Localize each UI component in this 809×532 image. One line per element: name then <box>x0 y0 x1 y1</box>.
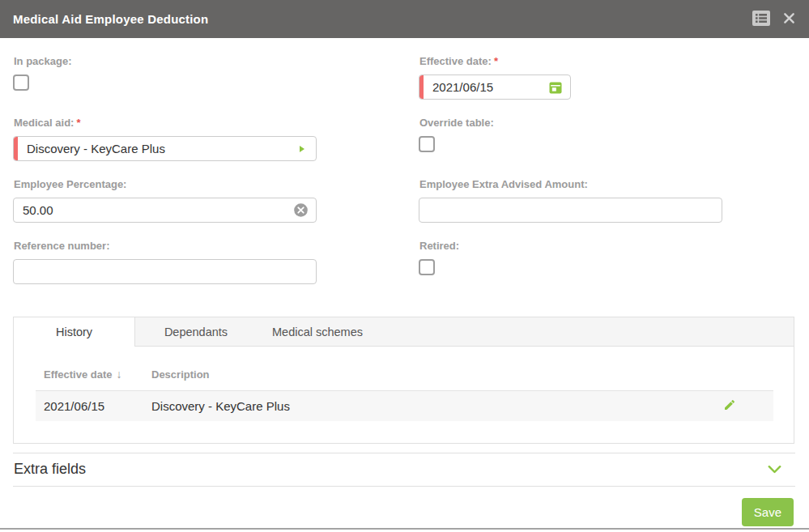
tab-strip: History Dependants Medical schemes <box>14 317 794 347</box>
effective-date-input[interactable] <box>424 80 548 94</box>
dialog-titlebar: Medical Aid Employee Deduction <box>0 0 809 38</box>
list-icon <box>752 11 770 28</box>
employee-extra-amount-input[interactable] <box>419 203 722 217</box>
extra-fields-label: Extra fields <box>14 461 86 478</box>
history-tab-body: Effective date↓ Description 2021/06/15 D… <box>14 347 794 443</box>
dialog-title: Medical Aid Employee Deduction <box>13 12 208 26</box>
close-button[interactable] <box>783 12 795 27</box>
pencil-icon <box>723 398 736 414</box>
field-override-table: Override table: <box>419 110 795 161</box>
employee-extra-amount-label: Employee Extra Advised Amount: <box>419 178 795 190</box>
employee-percentage-input[interactable] <box>14 203 293 217</box>
edit-row-button[interactable] <box>723 398 736 414</box>
close-icon <box>783 12 795 27</box>
table-row: 2021/06/15 Discovery - KeyCare Plus <box>36 391 773 421</box>
clear-icon[interactable] <box>293 202 309 218</box>
chevron-down-icon[interactable] <box>768 466 781 474</box>
save-button[interactable]: Save <box>742 498 794 526</box>
reference-number-label: Reference number: <box>14 240 398 252</box>
row-description: Discovery - KeyCare Plus <box>151 399 723 413</box>
employee-extra-amount-input-box <box>419 198 722 223</box>
sort-desc-icon[interactable]: ↓ <box>117 368 122 381</box>
field-medical-aid: Medical aid:* Discovery - KeyCare Plus <box>13 110 398 161</box>
reference-number-input[interactable] <box>14 265 316 279</box>
column-header-effective-date[interactable]: Effective date <box>44 368 113 381</box>
reference-number-input-box <box>13 259 317 284</box>
history-table: Effective date↓ Description 2021/06/15 D… <box>36 366 773 421</box>
field-effective-date: Effective date:* <box>419 49 795 100</box>
retired-label: Retired: <box>419 240 795 252</box>
dropdown-arrow-icon[interactable] <box>299 145 305 153</box>
medical-aid-label: Medical aid: <box>14 117 74 129</box>
in-package-label: In package: <box>14 55 398 67</box>
override-table-label: Override table: <box>419 117 795 129</box>
medical-aid-select[interactable]: Discovery - KeyCare Plus <box>13 136 317 161</box>
field-in-package: In package: <box>13 49 398 100</box>
calendar-icon[interactable] <box>548 80 563 95</box>
retired-checkbox[interactable] <box>419 259 435 275</box>
employee-percentage-input-box <box>13 198 317 223</box>
list-view-button[interactable] <box>752 11 770 28</box>
medical-aid-deduction-dialog: Medical Aid Employee Deduction <box>0 0 809 532</box>
dialog-actions: Save <box>13 487 795 526</box>
in-package-checkbox[interactable] <box>13 74 29 91</box>
override-table-checkbox[interactable] <box>419 136 435 152</box>
effective-date-input-box <box>419 74 571 100</box>
tab-dependants[interactable]: Dependants <box>135 317 257 346</box>
tab-history[interactable]: History <box>14 317 135 347</box>
window-bottom-border <box>0 528 809 530</box>
history-table-header: Effective date↓ Description <box>36 366 773 391</box>
field-employee-extra-amount: Employee Extra Advised Amount: <box>419 172 795 223</box>
required-asterisk: * <box>76 117 80 129</box>
field-employee-percentage: Employee Percentage: <box>13 172 398 223</box>
detail-tabs-panel: History Dependants Medical schemes Effec… <box>13 317 794 444</box>
tab-medical-schemes[interactable]: Medical schemes <box>257 317 378 346</box>
extra-fields-header[interactable]: Extra fields <box>13 453 795 486</box>
effective-date-label: Effective date: <box>419 55 492 67</box>
required-asterisk: * <box>494 55 498 67</box>
employee-percentage-label: Employee Percentage: <box>14 178 398 190</box>
deduction-form: In package: Effective date:* <box>13 49 795 295</box>
row-effective-date: 2021/06/15 <box>44 399 151 413</box>
column-header-description[interactable]: Description <box>151 368 773 381</box>
field-retired: Retired: <box>419 233 795 284</box>
field-reference-number: Reference number: <box>13 233 398 284</box>
medical-aid-value: Discovery - KeyCare Plus <box>18 142 299 155</box>
